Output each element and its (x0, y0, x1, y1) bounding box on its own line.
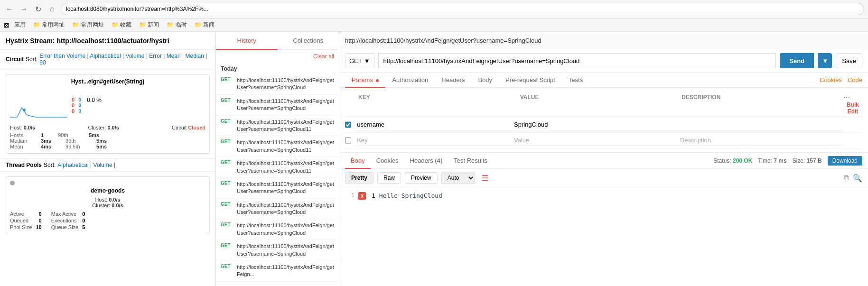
response-toolbar: Pretty Raw Preview Auto JSON XML HTML Te… (339, 169, 868, 187)
tab-history[interactable]: History (216, 32, 278, 50)
header-description: DESCRIPTION (681, 94, 843, 115)
param-key-1[interactable] (354, 119, 511, 130)
circuit-graph (10, 89, 67, 122)
time-label: Time: 7 ms (758, 157, 786, 164)
search-response-button[interactable]: 🔍 (853, 174, 862, 183)
resp-tab-body[interactable]: Body (345, 153, 371, 169)
percentile-table: Hosts1 90th5ms Median3ms 99th5ms Mean4ms… (10, 132, 205, 149)
format-pretty-button[interactable]: Pretty (345, 172, 373, 184)
back-button[interactable]: ← (4, 3, 15, 15)
code-link[interactable]: Code (848, 76, 862, 83)
tab-authorization[interactable]: Authorization (385, 73, 435, 88)
bookmark-apps[interactable]: 应用 (11, 20, 28, 30)
svg-point-0 (23, 109, 26, 111)
param-checkbox-2[interactable] (345, 137, 351, 144)
method-badge: GET (221, 119, 234, 124)
history-panel: History Collections Clear all Today GET … (216, 32, 339, 286)
list-item[interactable]: GET http://localhost:11100/hystrixAndFei… (216, 261, 339, 282)
method-select[interactable]: GET ▼ (345, 53, 374, 68)
sort-90[interactable]: 90 (39, 59, 46, 66)
history-tabs: History Collections (216, 32, 339, 50)
circuit-label: Circuit (6, 56, 24, 63)
tab-collections[interactable]: Collections (278, 32, 339, 49)
param-value-2[interactable] (511, 135, 677, 146)
method-badge: GET (221, 160, 234, 165)
resp-tab-headers[interactable]: Headers (4) (404, 153, 448, 169)
tab-prerequest[interactable]: Pre-request Script (499, 73, 562, 88)
sort-volume[interactable]: Volume (125, 53, 144, 59)
list-item[interactable]: GET http://localhost:11100/hystrixAndFei… (216, 157, 339, 178)
thread-sort-links: Alphabetical | Volume | (57, 162, 115, 168)
thread-sort-alpha[interactable]: Alphabetical (57, 162, 88, 168)
url-input[interactable] (378, 53, 776, 68)
download-button[interactable]: Download (828, 156, 862, 166)
bookmark-temp[interactable]: 📁 临时 (164, 20, 189, 30)
param-desc-1[interactable] (677, 119, 843, 130)
list-item[interactable]: GET http://localhost:11100/hystrixAndFei… (216, 136, 339, 157)
tab-headers[interactable]: Headers (435, 73, 471, 88)
status-value: 200 OK (733, 157, 752, 164)
format-type-select[interactable]: Auto JSON XML HTML Text (441, 172, 475, 184)
list-item[interactable]: GET http://localhost:11100/hystrixAndFei… (216, 219, 339, 240)
param-checkbox-1[interactable] (345, 121, 351, 128)
format-raw-button[interactable]: Raw (377, 172, 401, 184)
list-item[interactable]: GET http://localhost:11100/hystrixAndFei… (216, 74, 339, 95)
cookies-link[interactable]: Cookies (820, 76, 842, 83)
home-button[interactable]: ⌂ (47, 3, 58, 15)
bulk-edit-button[interactable]: Bulk Edit (843, 101, 862, 115)
more-actions-icon[interactable]: ⋯ (843, 94, 850, 101)
browser-url-bar[interactable] (61, 3, 864, 15)
history-section-today: Today (216, 63, 339, 74)
resp-tab-testresults[interactable]: Test Results (448, 153, 493, 169)
url-display: http://localhost:11100/hystrixAndFeign/g… (339, 32, 868, 49)
param-value-1[interactable] (511, 119, 677, 130)
request-tabs: Params Authorization Headers Body Pre-re… (339, 73, 868, 88)
format-preview-button[interactable]: Preview (405, 172, 438, 184)
thread-sort-volume[interactable]: Volume (93, 162, 112, 168)
list-item[interactable]: GET http://localhost:11100/hystrixAndFei… (216, 199, 339, 220)
thread-pool-card: demo-goods Host: 0.0/s Cluster: 0.0/s Ac… (6, 176, 210, 234)
list-item[interactable]: GET http://localhost:11100/hystrixAndFei… (216, 178, 339, 199)
format-icon[interactable]: ☰ (482, 174, 488, 183)
sort-error-volume[interactable]: Error then Volume (39, 53, 85, 59)
forward-button[interactable]: → (18, 3, 29, 15)
bookmark-common1[interactable]: 📁 常用网址 (30, 20, 67, 30)
param-row-1 (345, 117, 862, 133)
sort-label: Sort: (26, 56, 37, 63)
bookmark-news1[interactable]: 📁 新闻 (136, 20, 162, 30)
param-key-2[interactable] (354, 135, 511, 146)
hystrix-panel: Hystrix Stream: http://localhost:1100/ac… (0, 32, 216, 286)
bookmark-news2[interactable]: 📁 新闻 (192, 20, 217, 30)
thread-sort-label: Sort: (44, 162, 56, 168)
sort-error[interactable]: Error (149, 53, 162, 59)
clear-all-button[interactable]: Clear all (313, 53, 334, 60)
time-value: 7 ms (774, 157, 786, 164)
save-button[interactable]: Save (836, 53, 862, 68)
bookmark-collect[interactable]: 📁 收藏 (109, 20, 134, 30)
line-num-display: 1 (372, 192, 375, 199)
tab-tests[interactable]: Tests (562, 73, 589, 88)
bookmark-common2[interactable]: 📁 常用网址 (69, 20, 106, 30)
stat-blue-1: 0 (78, 97, 81, 102)
refresh-button[interactable]: ↻ (32, 3, 44, 15)
send-button[interactable]: Send (780, 53, 814, 68)
list-item[interactable]: GET http://localhost:11100/hystrixAndFei… (216, 116, 339, 137)
sort-links: Error then Volume | Alphabetical | Volum… (39, 53, 210, 66)
param-desc-2[interactable] (677, 135, 843, 146)
params-table-header: KEY VALUE DESCRIPTION ⋯ Bulk Edit (345, 92, 862, 117)
thread-pools-header: Thread Pools Sort: Alphabetical | Volume… (0, 158, 215, 172)
request-panel: http://localhost:11100/hystrixAndFeign/g… (339, 32, 868, 286)
send-dropdown-button[interactable]: ▼ (818, 53, 832, 68)
error-badge: X (358, 192, 366, 200)
list-item[interactable]: GET http://localhost:11100/hystrixAndFei… (216, 95, 339, 116)
list-item[interactable]: GET http://localhost:11100/hystrixAndFei… (216, 240, 339, 261)
tab-body[interactable]: Body (471, 73, 499, 88)
resp-tab-cookies[interactable]: Cookies (371, 153, 404, 169)
circuit-card-title: Hyst...eign#getUser(String) (10, 78, 205, 85)
sort-alpha[interactable]: Alphabetical (90, 53, 121, 59)
sort-mean[interactable]: Mean (167, 53, 181, 59)
copy-response-button[interactable]: ⧉ (844, 174, 849, 183)
sort-median[interactable]: Median (186, 53, 204, 59)
tab-params[interactable]: Params (345, 73, 385, 88)
header-actions: ⋯ Bulk Edit (843, 94, 862, 115)
